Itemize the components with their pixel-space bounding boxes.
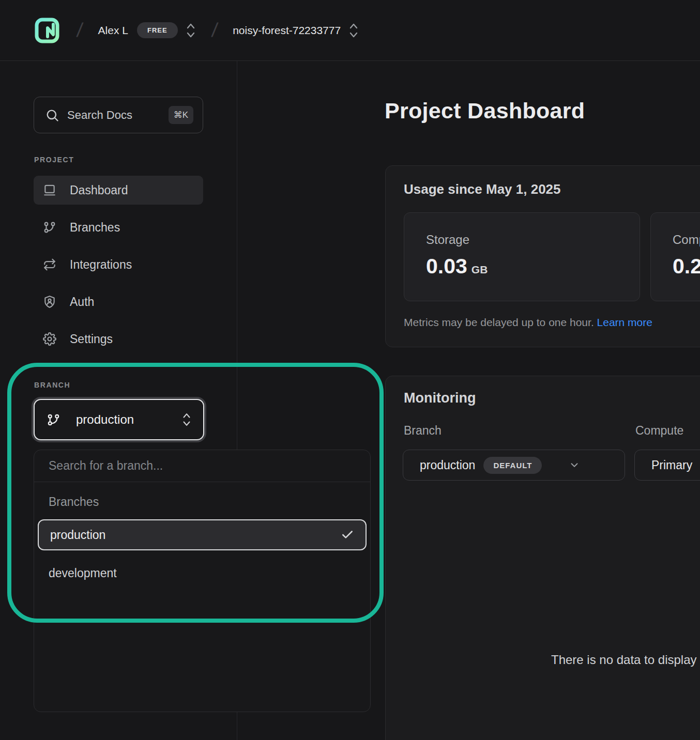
- breadcrumb-separator: /: [210, 19, 219, 41]
- org-switcher-chevrons-icon[interactable]: [185, 22, 196, 39]
- sidebar: Search Docs ⌘K PROJECT Dashboard Br: [0, 61, 237, 740]
- auth-shield-icon: [43, 295, 56, 309]
- usage-card: Usage since May 1, 2025 Storage 0.03GB C…: [385, 165, 700, 347]
- plan-badge: FREE: [137, 22, 178, 38]
- sidebar-item-label: Settings: [70, 332, 113, 346]
- branch-option-label: development: [49, 566, 117, 580]
- project-switcher-chevrons-icon[interactable]: [348, 22, 359, 39]
- sidebar-item-dashboard[interactable]: Dashboard: [34, 176, 203, 205]
- project-section-label: PROJECT: [34, 156, 74, 164]
- sidebar-nav: Dashboard Branches Integrations: [34, 176, 203, 362]
- monitoring-compute-select[interactable]: Primary: [634, 450, 700, 481]
- monitoring-compute-label: Compute: [635, 424, 683, 438]
- top-navigation-bar: / Alex L FREE / noisy-forest-72233777: [0, 0, 700, 61]
- gear-icon: [43, 332, 56, 346]
- check-icon: [341, 528, 354, 542]
- search-shortcut-badge: ⌘K: [169, 106, 193, 124]
- learn-more-link[interactable]: Learn more: [597, 316, 652, 328]
- search-docs-label: Search Docs: [67, 109, 169, 122]
- sidebar-item-label: Integrations: [70, 258, 132, 272]
- monitoring-title: Monitoring: [404, 390, 476, 406]
- branch-dropdown-panel: Branches production development: [34, 450, 371, 712]
- storage-unit: GB: [471, 264, 488, 275]
- branch-option-label: production: [50, 528, 105, 542]
- monitoring-compute-value: Primary: [651, 458, 692, 472]
- storage-metric-card: Storage 0.03GB: [404, 212, 640, 301]
- branch-selector-button[interactable]: production: [34, 399, 204, 440]
- branch-group-label: Branches: [49, 495, 370, 509]
- integrations-icon: [43, 258, 56, 271]
- page-title: Project Dashboard: [385, 98, 585, 124]
- default-badge: DEFAULT: [483, 457, 542, 474]
- branch-search-row: [34, 450, 370, 482]
- compute-value: 0.2: [673, 254, 700, 279]
- breadcrumb-separator: /: [75, 19, 84, 41]
- neon-logo-icon[interactable]: [33, 16, 62, 45]
- storage-label: Storage: [426, 233, 640, 247]
- sidebar-item-label: Auth: [70, 295, 94, 309]
- branch-option-production[interactable]: production: [38, 519, 367, 550]
- compute-label: Compute: [673, 233, 700, 247]
- sidebar-item-settings[interactable]: Settings: [34, 325, 203, 353]
- no-data-message: There is no data to display: [551, 653, 697, 667]
- storage-value: 0.03GB: [426, 254, 640, 279]
- chevron-down-icon: [569, 459, 580, 471]
- chevrons-up-down-icon: [181, 411, 192, 428]
- app-window: / Alex L FREE / noisy-forest-72233777 Se…: [0, 0, 700, 740]
- compute-metric-card: Compute 0.2: [650, 212, 700, 301]
- branch-option-development[interactable]: development: [38, 558, 367, 589]
- dashboard-icon: [43, 183, 56, 197]
- project-breadcrumb[interactable]: noisy-forest-72233777: [233, 24, 341, 37]
- branch-selector-value: production: [76, 412, 181, 427]
- usage-card-title: Usage since May 1, 2025: [404, 181, 561, 197]
- metrics-delay-note: Metrics may be delayed up to one hour. L…: [404, 316, 652, 329]
- monitoring-branch-value: production: [420, 458, 475, 472]
- branch-section-label: BRANCH: [34, 381, 70, 389]
- monitoring-branch-select[interactable]: production DEFAULT: [403, 450, 625, 481]
- branch-search-input[interactable]: [49, 459, 338, 473]
- sidebar-item-branches[interactable]: Branches: [34, 213, 203, 242]
- org-breadcrumb[interactable]: Alex L: [98, 24, 128, 37]
- sidebar-item-label: Branches: [70, 221, 120, 235]
- monitoring-card: Monitoring Branch production DEFAULT Com…: [385, 376, 700, 740]
- sidebar-item-label: Dashboard: [70, 183, 128, 197]
- search-icon: [45, 108, 59, 122]
- sidebar-item-integrations[interactable]: Integrations: [34, 250, 203, 279]
- search-docs-button[interactable]: Search Docs ⌘K: [34, 97, 203, 133]
- sidebar-item-auth[interactable]: Auth: [34, 287, 203, 316]
- git-branch-icon: [47, 413, 60, 427]
- monitoring-branch-label: Branch: [404, 424, 442, 438]
- git-branch-icon: [43, 221, 56, 234]
